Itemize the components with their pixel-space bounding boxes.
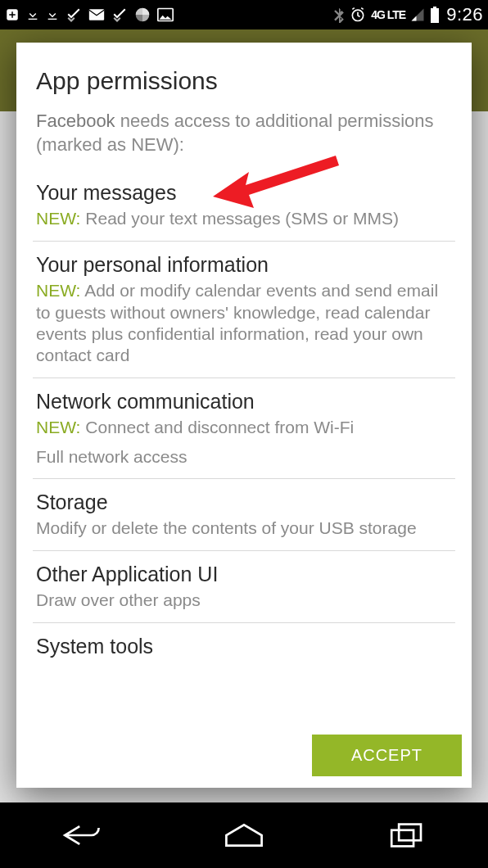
permission-description: NEW: Connect and disconnect from Wi-Fi bbox=[36, 417, 452, 438]
dialog-title: App permissions bbox=[16, 43, 472, 110]
image-icon bbox=[157, 7, 174, 22]
recent-apps-button[interactable] bbox=[366, 815, 448, 856]
svg-rect-3 bbox=[29, 19, 38, 20]
home-button[interactable] bbox=[203, 815, 285, 856]
permission-item-storage[interactable]: Storage Modify or delete the contents of… bbox=[33, 479, 455, 551]
svg-rect-4 bbox=[48, 19, 57, 20]
navigation-bar bbox=[0, 802, 488, 868]
svg-rect-5 bbox=[89, 9, 104, 20]
permission-item-other-ui[interactable]: Other Application UI Draw over other app… bbox=[33, 551, 455, 623]
check-stack-icon bbox=[66, 7, 82, 22]
add-box-icon bbox=[5, 7, 20, 22]
permission-description: NEW: Add or modify calendar events and s… bbox=[36, 280, 452, 366]
svg-rect-12 bbox=[399, 825, 421, 841]
svg-rect-8 bbox=[433, 7, 436, 8]
download-icon bbox=[26, 7, 39, 22]
permissions-list[interactable]: Your messages NEW: Read your text messag… bbox=[16, 166, 472, 728]
new-tag: NEW: bbox=[36, 281, 80, 300]
new-tag: NEW: bbox=[36, 418, 80, 436]
clock-text: 9:26 bbox=[446, 4, 483, 25]
battery-icon bbox=[430, 7, 440, 23]
download-icon bbox=[46, 7, 59, 22]
check-stack-icon bbox=[111, 7, 128, 22]
bluetooth-icon bbox=[333, 7, 345, 23]
permission-item-network[interactable]: Network communication NEW: Connect and d… bbox=[33, 378, 455, 478]
accept-button[interactable]: ACCEPT bbox=[312, 735, 462, 776]
permission-title: Other Application UI bbox=[36, 563, 452, 586]
permission-title: Your messages bbox=[36, 181, 452, 205]
status-left bbox=[5, 7, 174, 23]
alarm-icon bbox=[350, 7, 366, 23]
svg-rect-9 bbox=[431, 8, 439, 23]
permission-item-personal-info[interactable]: Your personal information NEW: Add or mo… bbox=[33, 242, 455, 378]
back-button[interactable] bbox=[40, 815, 122, 856]
permission-title: Network communication bbox=[36, 390, 452, 414]
permission-extra: Full network access bbox=[36, 447, 452, 467]
permissions-dialog: App permissions Facebook needs access to… bbox=[16, 43, 472, 788]
permission-title: System tools bbox=[36, 635, 452, 658]
app-name: Facebook bbox=[36, 111, 115, 131]
dialog-intro: Facebook needs access to additional perm… bbox=[16, 110, 472, 166]
network-4g-icon: 4G LTE bbox=[371, 11, 405, 20]
permission-description: NEW: Read your text messages (SMS or MMS… bbox=[36, 208, 452, 229]
dialog-actions: ACCEPT bbox=[16, 728, 472, 788]
mail-icon bbox=[88, 8, 105, 21]
status-bar: 4G LTE 9:26 bbox=[0, 0, 488, 29]
status-right: 4G LTE 9:26 bbox=[333, 4, 483, 25]
permission-title: Storage bbox=[36, 491, 452, 514]
permission-item-messages[interactable]: Your messages NEW: Read your text messag… bbox=[33, 170, 455, 242]
permission-description: Modify or delete the contents of your US… bbox=[36, 518, 452, 539]
signal-icon bbox=[410, 7, 425, 22]
permission-description: Draw over other apps bbox=[36, 590, 452, 611]
svg-rect-11 bbox=[391, 830, 413, 847]
permission-title: Your personal information bbox=[36, 253, 452, 277]
svg-rect-2 bbox=[9, 14, 16, 16]
pinwheel-icon bbox=[134, 7, 151, 23]
permission-item-system-tools[interactable]: System tools bbox=[33, 623, 455, 673]
new-tag: NEW: bbox=[36, 209, 80, 228]
